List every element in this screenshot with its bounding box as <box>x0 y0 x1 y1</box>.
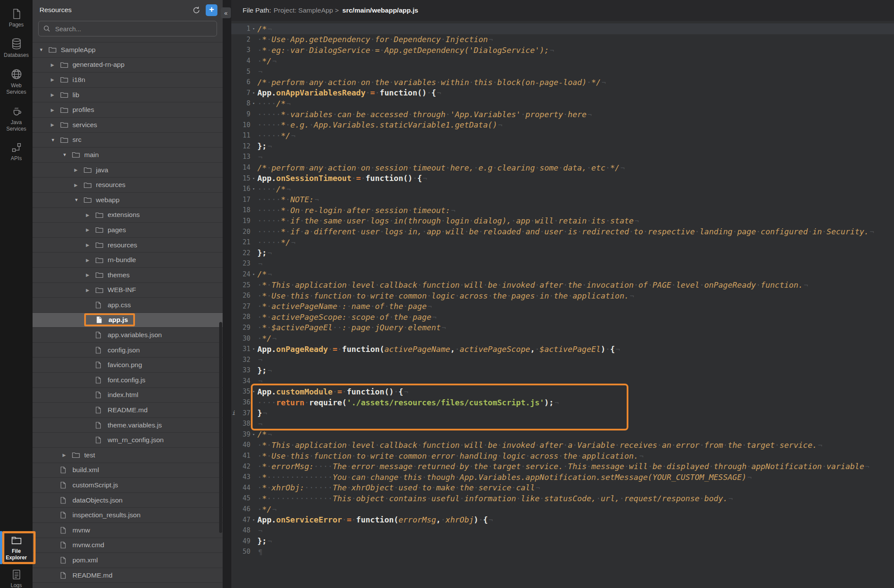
tree-scrollbar-thumb[interactable] <box>219 322 222 533</box>
code-line-39[interactable]: 39▾/*¬ <box>231 429 894 440</box>
line-number[interactable]: 4 <box>231 57 250 65</box>
code-line-37[interactable]: 37i}¬ <box>231 407 894 418</box>
line-number[interactable]: 39 <box>231 430 250 438</box>
code-line-30[interactable]: 30·*/¬ <box>231 333 894 344</box>
add-button[interactable]: + <box>206 4 217 16</box>
line-number[interactable]: 9 <box>231 110 250 118</box>
code-line-17[interactable]: 17·····*·NOTE:¬ <box>231 194 894 205</box>
sidebar-item-web-services[interactable]: Web Services <box>0 63 33 100</box>
code-line-3[interactable]: 3·*·eg:·var·DialogService·=·App.getDepen… <box>231 45 894 56</box>
code-line-32[interactable]: 32¬ <box>231 354 894 365</box>
code-line-28[interactable]: 28·*·activePageScope:·scope·of·the·page¬ <box>231 312 894 322</box>
line-number[interactable]: 28 <box>231 313 250 321</box>
tree-item-profiles[interactable]: ▶profiles <box>33 102 223 118</box>
code-line-9[interactable]: 9·····*·variables·can·be·accessed·throug… <box>231 109 894 120</box>
tree-item-mvnw-cmd[interactable]: mvnw.cmd <box>33 538 223 553</box>
tree-item-themes[interactable]: ▶themes <box>33 268 223 283</box>
line-number[interactable]: 20 <box>231 228 250 236</box>
code-line-44[interactable]: 44·*·xhrObj:······The·xhrObject·used·to·… <box>231 483 894 493</box>
code-line-11[interactable]: 11·····*/¬ <box>231 130 894 141</box>
code-line-47[interactable]: 47▾App.onServiceError·=·function(errorMs… <box>231 514 894 525</box>
code-line-34[interactable]: 34¬ <box>231 376 894 387</box>
code-line-40[interactable]: 40·*·This·application·level·callback·fun… <box>231 440 894 450</box>
line-number[interactable]: 29 <box>231 324 250 332</box>
line-number[interactable]: 34 <box>231 377 250 385</box>
refresh-button[interactable] <box>192 6 200 14</box>
line-number[interactable]: 13 <box>231 153 250 161</box>
code-line-48[interactable]: 48¬ <box>231 525 894 536</box>
line-number[interactable]: 8 <box>231 99 250 107</box>
tree-item-app-css[interactable]: app.css <box>33 298 223 313</box>
tree-item-dataobjects-json[interactable]: dataObjects.json <box>33 493 223 508</box>
line-number[interactable]: 23 <box>231 260 250 267</box>
line-number[interactable]: 12 <box>231 142 250 150</box>
line-number[interactable]: 1 <box>231 25 250 33</box>
code-line-4[interactable]: 4·*/¬ <box>231 56 894 66</box>
collapse-panel-button[interactable]: « <box>221 7 231 18</box>
line-number[interactable]: 10 <box>231 121 250 129</box>
code-line-12[interactable]: 12};¬ <box>231 141 894 152</box>
code-line-10[interactable]: 10·····*·e.g.·App.Variables.staticVariab… <box>231 119 894 130</box>
line-number[interactable]: 32 <box>231 356 250 364</box>
tree-item-pages[interactable]: ▶pages <box>33 223 223 238</box>
line-number[interactable]: 7 <box>231 89 250 97</box>
code-line-31[interactable]: 31▾App.onPageReady·=·function(activePage… <box>231 344 894 355</box>
fold-arrow-icon[interactable]: ▾ <box>250 176 257 181</box>
fold-arrow-icon[interactable]: ▾ <box>250 187 257 191</box>
line-number[interactable]: 18 <box>231 206 250 214</box>
tree-item-build-xml[interactable]: build.xml <box>33 463 223 478</box>
tree-item-customscript-js[interactable]: customScript.js <box>33 478 223 493</box>
line-number[interactable]: 46 <box>231 505 250 513</box>
line-number[interactable]: 42 <box>231 463 250 470</box>
tree-item-web-inf[interactable]: ▶WEB-INF <box>33 283 223 298</box>
line-number[interactable]: 35 <box>231 388 250 395</box>
sidebar-item-java-services[interactable]: Java Services <box>0 100 33 137</box>
tree-item-sampleapp[interactable]: ▼SampleApp <box>33 43 223 58</box>
line-number[interactable]: 33 <box>231 366 250 374</box>
tree-item-config-json[interactable]: config.json <box>33 343 223 358</box>
tree-item-lib[interactable]: ▶lib <box>33 88 223 103</box>
line-number[interactable]: 37i <box>231 409 250 417</box>
tree-item-font-config-js[interactable]: font.config.js <box>33 373 223 388</box>
tree-item-pom-xml[interactable]: pom.xml <box>33 553 223 568</box>
code-line-2[interactable]: 2·*·Use·App.getDependency·for·Dependency… <box>231 34 894 45</box>
code-line-25[interactable]: 25·*·This·application·level·callback·fun… <box>231 279 894 290</box>
fold-arrow-icon[interactable]: ▾ <box>250 91 257 95</box>
tree-item-app-variables-json[interactable]: app.variables.json <box>33 328 223 343</box>
code-line-42[interactable]: 42·*·errorMsg:····The·error·message·retu… <box>231 461 894 472</box>
fold-arrow-icon[interactable]: ▾ <box>250 347 257 351</box>
line-number[interactable]: 45 <box>231 494 250 502</box>
sidebar-item-logs[interactable]: Logs <box>0 564 33 588</box>
sidebar-item-apis[interactable]: APIs <box>0 137 33 167</box>
fold-arrow-icon[interactable]: ▾ <box>250 518 257 522</box>
line-number[interactable]: 30 <box>231 335 250 342</box>
code-line-35[interactable]: 35▾App.customModule·=·function()·{¬ <box>231 386 894 397</box>
line-number[interactable]: 49 <box>231 537 250 545</box>
tree-item-inspection-results-json[interactable]: inspection_results.json <box>33 508 223 523</box>
code-line-27[interactable]: 27·*·activePageName·:·name·of·the·page¬ <box>231 301 894 312</box>
line-number[interactable]: 43 <box>231 473 250 481</box>
line-number[interactable]: 31 <box>231 345 250 353</box>
tree-item-test[interactable]: ▶test <box>33 448 223 463</box>
line-number[interactable]: 50 <box>231 548 250 555</box>
code-line-15[interactable]: 15▾App.onSessionTimeout·=·function()·{¬ <box>231 173 894 184</box>
line-number[interactable]: 16 <box>231 185 250 193</box>
sidebar-item-file-explorer[interactable]: File Explorer <box>0 531 33 564</box>
code-line-6[interactable]: 6/*·perform·any·action·on·the·variables·… <box>231 77 894 88</box>
tree-item-theme-variables-js[interactable]: theme.variables.js <box>33 418 223 433</box>
code-line-19[interactable]: 19·····*·if·the·same·user·logs·in(throug… <box>231 216 894 227</box>
code-line-50[interactable]: 50¶ <box>231 546 894 557</box>
code-line-33[interactable]: 33};¬ <box>231 365 894 376</box>
code-line-36[interactable]: 36····return·require('./assets/resources… <box>231 397 894 408</box>
tree-item-rn-bundle[interactable]: ▶rn-bundle <box>33 253 223 268</box>
fold-arrow-icon[interactable]: ▾ <box>250 432 257 437</box>
line-number[interactable]: 22 <box>231 249 250 257</box>
search-box[interactable] <box>38 21 217 36</box>
tree-item-app-js[interactable]: app.js <box>33 313 223 328</box>
line-number[interactable]: 47 <box>231 516 250 524</box>
tree-item-mvnw[interactable]: mvnw <box>33 523 223 538</box>
code-line-46[interactable]: 46·*/¬ <box>231 504 894 515</box>
code-line-18[interactable]: 18·····*·On·re-login·after·session·timeo… <box>231 205 894 216</box>
tree-item-wm-rn-config-json[interactable]: wm_rn_config.json <box>33 433 223 448</box>
tree-item-extensions[interactable]: ▶extensions <box>33 208 223 223</box>
